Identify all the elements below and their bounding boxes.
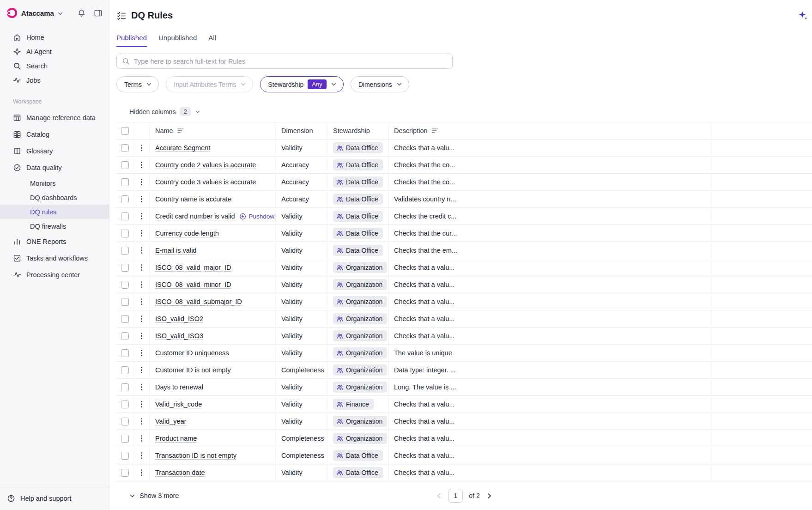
table-row[interactable]: Country code 3 values is accurateAccurac… [116, 174, 812, 191]
row-checkbox[interactable] [121, 418, 129, 425]
ai-star-icon[interactable] [798, 10, 808, 20]
row-checkbox[interactable] [121, 469, 129, 477]
row-checkbox[interactable] [121, 401, 129, 408]
collapse-panel-icon[interactable] [94, 9, 103, 18]
sidebar-item-manage-reference-data[interactable]: Manage reference data [0, 109, 109, 126]
row-checkbox[interactable] [121, 212, 129, 220]
filter-dimensions[interactable]: Dimensions [351, 76, 409, 92]
sidebar-item-home[interactable]: Home [0, 30, 109, 44]
table-row[interactable]: Customer ID is not emptyCompletenessOrga… [116, 362, 812, 379]
rule-name-link[interactable]: Country code 3 values is accurate [155, 178, 256, 186]
row-checkbox[interactable] [121, 332, 129, 340]
tab-published[interactable]: Published [116, 34, 147, 47]
rule-name-link[interactable]: Credit card number is valid [155, 212, 235, 220]
table-row[interactable]: ISO_valid_ISO3ValidityOrganizationChecks… [116, 328, 812, 345]
table-row[interactable]: Days to renewalValidityOrganizationLong.… [116, 379, 812, 396]
chevron-down-icon[interactable] [57, 11, 63, 17]
select-all-checkbox[interactable] [121, 127, 129, 135]
rule-name-link[interactable]: Currency code length [155, 230, 219, 237]
workspace-switcher[interactable]: Ataccama [0, 0, 109, 23]
rule-name-link[interactable]: Valid_risk_code [155, 401, 202, 408]
table-row[interactable]: Customer ID uniquenessValidityOrganizati… [116, 345, 812, 362]
table-row[interactable]: Product nameCompletenessOrganizationChec… [116, 430, 812, 447]
row-checkbox[interactable] [121, 178, 129, 186]
table-row[interactable]: E-mail is validValidityData OfficeChecks… [116, 242, 812, 259]
kebab-menu-icon[interactable] [138, 297, 145, 307]
rule-name-link[interactable]: E-mail is valid [155, 247, 196, 254]
search-input[interactable] [134, 58, 447, 65]
hidden-columns-toggle[interactable]: Hidden columns 2 [116, 107, 812, 116]
notification-bell-icon[interactable] [77, 9, 86, 18]
sidebar-item-ai-agent[interactable]: AI Agent [0, 44, 109, 59]
sidebar-item-processing-center[interactable]: Processing center [0, 267, 109, 283]
kebab-menu-icon[interactable] [138, 348, 145, 358]
row-checkbox[interactable] [121, 366, 129, 374]
table-row[interactable]: Country code 2 values is accurateAccurac… [116, 157, 812, 174]
kebab-menu-icon[interactable] [138, 211, 145, 222]
rule-name-link[interactable]: Customer ID uniqueness [155, 349, 229, 357]
rule-name-link[interactable]: ISCO_08_valid_major_ID [155, 264, 231, 271]
row-checkbox[interactable] [121, 435, 129, 443]
kebab-menu-icon[interactable] [138, 382, 145, 393]
show-more-button[interactable]: Show 3 more [116, 492, 179, 499]
row-checkbox[interactable] [121, 247, 129, 255]
table-row[interactable]: ISO_valid_ISO2ValidityOrganizationChecks… [116, 310, 812, 328]
sort-icon[interactable] [432, 128, 438, 134]
kebab-menu-icon[interactable] [138, 416, 145, 427]
row-checkbox[interactable] [121, 452, 129, 460]
filter-input-attributes-terms[interactable]: Input Attributes Terms [166, 76, 253, 92]
kebab-menu-icon[interactable] [138, 279, 145, 290]
row-checkbox[interactable] [121, 144, 129, 152]
column-header-description[interactable]: Description [388, 122, 711, 139]
sidebar-item-glossary[interactable]: Glossary [0, 143, 109, 159]
table-row[interactable]: ISCO_08_valid_submajor_IDValidityOrganiz… [116, 293, 812, 310]
next-page-button[interactable] [486, 492, 493, 499]
table-row[interactable]: Valid_yearValidityOrganizationChecks tha… [116, 413, 812, 430]
sidebar-item-dq-firewalls[interactable]: DQ firewalls [0, 219, 109, 233]
row-checkbox[interactable] [121, 195, 129, 203]
filter-terms[interactable]: Terms [116, 76, 159, 92]
kebab-menu-icon[interactable] [138, 160, 145, 170]
kebab-menu-icon[interactable] [138, 399, 145, 410]
kebab-menu-icon[interactable] [138, 228, 145, 239]
row-checkbox[interactable] [121, 298, 129, 306]
row-checkbox[interactable] [121, 264, 129, 272]
row-checkbox[interactable] [121, 315, 129, 323]
rule-name-link[interactable]: Valid_year [155, 418, 186, 425]
rule-name-link[interactable]: ISCO_08_valid_minor_ID [155, 281, 231, 288]
kebab-menu-icon[interactable] [138, 365, 145, 376]
kebab-menu-icon[interactable] [138, 314, 145, 324]
kebab-menu-icon[interactable] [138, 433, 145, 444]
kebab-menu-icon[interactable] [138, 177, 145, 188]
sidebar-item-search[interactable]: Search [0, 59, 109, 73]
table-row[interactable]: ISCO_08_valid_major_IDValidityOrganizati… [116, 259, 812, 276]
previous-page-button[interactable] [436, 492, 442, 499]
sort-icon[interactable] [177, 128, 184, 134]
kebab-menu-icon[interactable] [138, 331, 145, 341]
help-and-support-button[interactable]: Help and support [0, 487, 109, 510]
row-checkbox[interactable] [121, 349, 129, 357]
sidebar-item-data-quality[interactable]: Data quality [0, 159, 109, 176]
kebab-menu-icon[interactable] [138, 468, 145, 478]
table-row[interactable]: Country name is accurateAccuracyData Off… [116, 191, 812, 208]
table-row[interactable]: Credit card number is validPushdownValid… [116, 208, 812, 225]
sidebar-item-dq-dashboards[interactable]: DQ dashboards [0, 190, 109, 205]
rule-name-link[interactable]: Transaction date [155, 469, 205, 476]
filter-stewardship[interactable]: Stewardship Any [260, 76, 343, 92]
sidebar-item-monitors[interactable]: Monitors [0, 176, 109, 190]
rule-name-link[interactable]: Accurate Segment [155, 144, 210, 152]
kebab-menu-icon[interactable] [138, 245, 145, 256]
table-row[interactable]: Transaction ID is not emptyCompletenessD… [116, 447, 812, 464]
rule-name-link[interactable]: Customer ID is not empty [155, 366, 231, 374]
rule-name-link[interactable]: ISCO_08_valid_submajor_ID [155, 298, 242, 305]
tab-all[interactable]: All [208, 34, 216, 47]
sidebar-item-dq-rules[interactable]: DQ rules [0, 205, 109, 219]
sidebar-item-catalog[interactable]: Catalog [0, 126, 109, 143]
kebab-menu-icon[interactable] [138, 194, 145, 205]
column-header-name[interactable]: Name [150, 122, 276, 139]
kebab-menu-icon[interactable] [138, 143, 145, 153]
tab-unpublished[interactable]: Unpublished [158, 34, 197, 47]
table-row[interactable]: Valid_risk_codeValidityFinanceChecks tha… [116, 396, 812, 413]
rule-name-link[interactable]: Product name [155, 435, 197, 442]
table-row[interactable]: Transaction dateValidityData OfficeCheck… [116, 464, 812, 481]
